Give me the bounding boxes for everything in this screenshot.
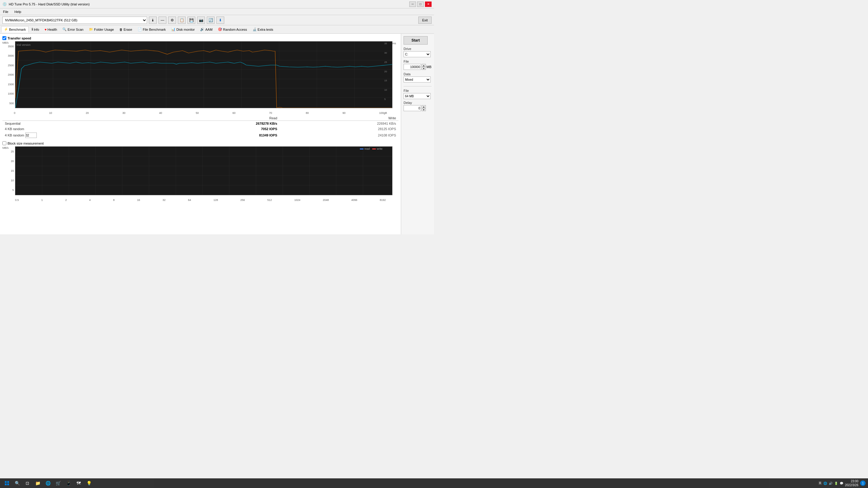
transfer-speed-section: Transfer speed MB/s 3500 3000 2500 2000 … — [2, 36, 398, 139]
drive-selector[interactable]: NVMeMicron_2450_MTFDKBA512TFK (512 GB) — [2, 17, 147, 24]
4kb-random-read: 7052 IOPS — [161, 126, 280, 132]
file2-label: File — [404, 89, 432, 93]
block-y-unit: MB/s — [2, 147, 15, 150]
save-icon-btn[interactable]: 💾 — [187, 17, 195, 24]
delay-up[interactable]: ▲ — [422, 105, 426, 108]
block-legend: read write — [360, 147, 382, 150]
tab-aam[interactable]: 🔊 AAM — [198, 27, 215, 32]
tab-benchmark[interactable]: ⚡ Benchmark — [1, 26, 29, 33]
table-row: 4 KB random 7052 IOPS 28125 IOPS — [2, 126, 398, 132]
file-size-up[interactable]: ▲ — [422, 64, 426, 67]
file2-select[interactable]: 64 MB — [404, 93, 431, 99]
block-x-axis: 0.5 1 2 4 8 16 32 64 128 256 512 1024 20… — [2, 198, 398, 201]
transfer-speed-header: Transfer speed — [2, 36, 398, 40]
file-unit: MB — [427, 65, 432, 69]
4kb-random-write: 28125 IOPS — [280, 126, 398, 132]
extratests-icon: 🔬 — [253, 27, 257, 31]
file-size-down[interactable]: ▼ — [422, 67, 426, 70]
tab-health[interactable]: ♥ Health — [42, 27, 59, 32]
x-axis-labels: 0 10 20 30 40 50 60 70 80 90 100gB — [2, 111, 398, 115]
block-size-header: Block size measurement — [2, 141, 398, 145]
write-legend-color — [372, 149, 376, 150]
drive-value-select[interactable]: C: — [404, 51, 431, 57]
benchmark-icon: ⚡ — [4, 27, 8, 31]
settings-icon-btn[interactable]: ⚙ — [168, 17, 176, 24]
info-icon: ℹ — [32, 27, 33, 31]
4kb-random-q32-read: 81349 IOPS — [161, 132, 280, 139]
tab-extra-tests[interactable]: 🔬 Extra tests — [250, 27, 276, 32]
chart-watermark: trial version — [17, 43, 30, 46]
4kb-random-q32-write: 24108 IOPS — [280, 132, 398, 139]
transfer-speed-checkbox[interactable] — [2, 36, 6, 40]
erase-icon: 🗑 — [119, 28, 123, 31]
main-content: Transfer speed MB/s 3500 3000 2500 2000 … — [0, 34, 434, 234]
queue-depth-input[interactable] — [25, 133, 37, 138]
menu-bar: File Help — [0, 8, 434, 15]
close-button[interactable]: ✕ — [425, 1, 432, 7]
transfer-speed-label: Transfer speed — [7, 36, 31, 40]
ms-label: ms — [393, 41, 398, 45]
file1-section: File ▲ ▼ MB — [404, 60, 432, 70]
delay-input[interactable] — [404, 105, 421, 111]
block-size-section: Block size measurement MB/s 25 20 15 10 … — [2, 141, 398, 201]
data-section: Data Mixed — [404, 72, 432, 83]
svg-rect-19 — [16, 147, 392, 195]
minimize-button[interactable]: ─ — [409, 1, 416, 7]
read-legend-color — [360, 149, 364, 150]
compare-icon-btn[interactable]: 🔄 — [207, 17, 215, 24]
data-type-select[interactable]: Mixed — [404, 76, 431, 83]
menu-help[interactable]: Help — [13, 9, 23, 14]
block-size-label: Block size measurement — [7, 141, 44, 145]
row-4kb-random-label: 4 KB random — [2, 126, 161, 132]
title-bar: 💿 HD Tune Pro 5.75 - Hard Disk/SSD Utili… — [0, 0, 434, 8]
tab-error-scan[interactable]: 🔍 Error Scan — [60, 27, 86, 32]
read-legend-label: read — [364, 147, 370, 150]
delay-label: Delay — [404, 101, 432, 104]
block-right-section: File 64 MB Delay ▲ ▼ — [404, 86, 432, 111]
tab-file-benchmark[interactable]: 📄 File Benchmark — [135, 27, 168, 32]
start-button[interactable]: Start — [404, 36, 428, 44]
title-bar-left: 💿 HD Tune Pro 5.75 - Hard Disk/SSD Utili… — [2, 2, 90, 6]
tab-erase[interactable]: 🗑 Erase — [117, 27, 135, 32]
aam-icon: 🔊 — [200, 27, 204, 31]
table-row: 4 KB random 81349 IOPS 24108 IOPS — [2, 132, 398, 139]
menu-file[interactable]: File — [2, 9, 10, 14]
tab-random-access[interactable]: 🎯 Random Access — [216, 27, 249, 32]
file1-label: File — [404, 60, 432, 63]
transfer-speed-toggle[interactable]: Transfer speed — [2, 36, 31, 40]
transfer-speed-chart: trial version — [16, 41, 392, 108]
delay-down[interactable]: ▼ — [422, 108, 426, 111]
camera-icon-btn[interactable]: 📷 — [197, 17, 205, 24]
copy-icon-btn[interactable]: 📋 — [178, 17, 186, 24]
block-size-chart — [16, 147, 392, 195]
results-table: Read Write Sequential 2678278 KB/s 22694… — [2, 116, 398, 139]
temp-icon-btn[interactable]: 🌡 — [149, 17, 157, 24]
drive-label: Drive — [404, 47, 432, 51]
drive-bar: NVMeMicron_2450_MTFDKBA512TFK (512 GB) 🌡… — [0, 15, 434, 25]
tab-info[interactable]: ℹ Info — [29, 27, 41, 32]
tab-bar: ⚡ Benchmark ℹ Info ♥ Health 🔍 Error Scan… — [0, 25, 434, 34]
errorscan-icon: 🔍 — [62, 27, 67, 31]
exit-button[interactable]: Exit — [418, 17, 432, 24]
window-title: HD Tune Pro 5.75 - Hard Disk/SSD Utility… — [9, 2, 90, 6]
row-sequential-label: Sequential — [2, 121, 161, 127]
sequential-write: 226941 KB/s — [280, 121, 398, 127]
data-label: Data — [404, 72, 432, 76]
health-icon: ♥ — [44, 28, 47, 31]
sequential-read: 2678278 KB/s — [161, 121, 280, 127]
row-4kb-random-q32-label: 4 KB random — [2, 132, 161, 139]
drive-section: Drive C: — [404, 47, 432, 57]
filebenchmark-icon: 📄 — [138, 27, 142, 31]
tab-disk-monitor[interactable]: 📊 Disk monitor — [169, 27, 197, 32]
block-size-toggle[interactable]: Block size measurement — [2, 141, 44, 145]
title-bar-controls: ─ □ ✕ — [409, 1, 432, 7]
right-panel: Start Drive C: File ▲ ▼ MB Data — [401, 34, 434, 234]
maximize-button[interactable]: □ — [417, 1, 424, 7]
file-size-input[interactable] — [404, 64, 421, 70]
diskmonitor-icon: 📊 — [171, 27, 176, 31]
folder-icon: 📁 — [89, 27, 93, 31]
tab-folder-usage[interactable]: 📁 Folder Usage — [87, 27, 116, 32]
dash-icon-btn[interactable]: — — [158, 17, 166, 24]
block-size-checkbox[interactable] — [2, 141, 6, 145]
download-icon-btn[interactable]: ⬇ — [216, 17, 224, 24]
